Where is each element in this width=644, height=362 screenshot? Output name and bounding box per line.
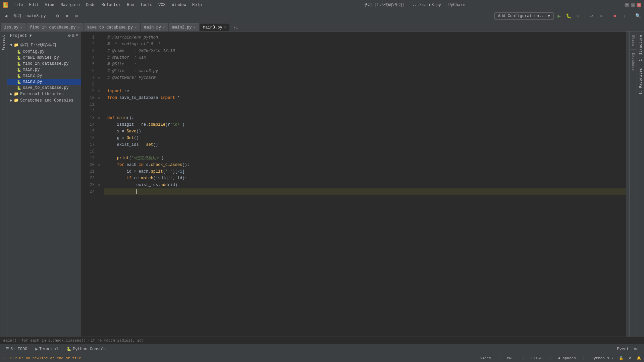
line-num-20: 20 — [81, 162, 95, 168]
tree-item-main3[interactable]: 🐍 main3.py — [7, 79, 81, 85]
tab-main-py-close[interactable]: ✕ — [163, 25, 165, 29]
tab-main3-py-close[interactable]: ✕ — [224, 25, 226, 29]
tree-config-label: config.py — [23, 49, 45, 54]
project-panel-button[interactable]: Project — [1, 33, 6, 52]
python-console-tab[interactable]: 🐍 Python Console — [64, 346, 109, 353]
run-button[interactable]: ▶ — [555, 12, 563, 20]
tab-ies-py-close[interactable]: ✕ — [20, 25, 22, 29]
tree-item-config[interactable]: 🐍 config.py — [7, 49, 81, 55]
gutter-fold-10[interactable]: ⊖ — [98, 95, 104, 101]
editor-area[interactable]: 1 2 3 4 5 6 7 8 9 10 11 12 13 14 15 16 1… — [81, 32, 629, 337]
line-num-18: 18 — [81, 148, 95, 155]
add-configuration-button[interactable]: Add Configuration... ▼ — [494, 12, 554, 20]
tab-find-in-database[interactable]: find_in_database.py ✕ — [26, 23, 83, 31]
status-encoding: UTF-8 — [531, 356, 542, 360]
stop-button[interactable]: ■ — [611, 12, 619, 20]
menu-window[interactable]: Window — [169, 2, 189, 8]
close-button[interactable]: ✕ — [637, 3, 641, 7]
tree-item-main[interactable]: 🐍 main.py — [7, 67, 81, 73]
tree-gear-icon[interactable]: ≡ — [76, 33, 78, 38]
redo-button[interactable]: ↪ — [597, 12, 605, 20]
tree-item-main2[interactable]: 🐍 main2.py — [7, 73, 81, 79]
tree-py-icon-main2: 🐍 — [17, 74, 21, 78]
breadcrumb-file[interactable]: main3.py — [26, 14, 46, 18]
debug-button[interactable]: 🐛 — [565, 12, 573, 20]
sync-button[interactable]: ⇄ — [63, 12, 71, 20]
gutter-fold-9[interactable]: ⊖ — [98, 88, 104, 95]
fn-print: print — [117, 155, 129, 162]
terminal-label: Terminal — [39, 347, 59, 352]
status-notifications-icon[interactable]: 🔔 — [637, 356, 641, 360]
database-panel-button[interactable]: Database — [631, 51, 636, 73]
maximize-button[interactable]: □ — [631, 3, 635, 7]
tree-settings-icon[interactable]: ⚙ — [68, 33, 70, 38]
code-editor[interactable]: #!/usr/bin/env python # -*- coding: utf-… — [104, 32, 626, 337]
menu-bar[interactable]: File Edit View Navigate Code Refactor Ru… — [11, 2, 205, 8]
tree-item-save[interactable]: 🐍 save_to_database.py — [7, 85, 81, 91]
structure-panel-button[interactable]: 2: Structure — [638, 33, 643, 63]
gutter-14 — [98, 121, 104, 128]
line-num-5: 5 — [81, 61, 95, 68]
gutter-fold-13[interactable]: ⊖ — [98, 115, 104, 121]
tree-item-scratches[interactable]: ▶ 📁 Scratches and Consoles — [7, 97, 81, 104]
tab-save-to-database-close[interactable]: ✕ — [135, 25, 137, 29]
status-line-sep: CRLF — [507, 356, 516, 360]
code-line-24[interactable] — [104, 188, 626, 195]
tab-save-to-database[interactable]: save_to_database.py ✕ — [84, 23, 140, 31]
back-button[interactable]: ◀ — [2, 12, 10, 20]
menu-view[interactable]: View — [42, 2, 57, 8]
tab-main3-py[interactable]: main3.py ✕ — [200, 23, 229, 31]
bc-sep1: › — [18, 339, 20, 343]
breadcrumb-root[interactable]: 学习 — [13, 13, 21, 19]
window-controls[interactable]: ─ □ ✕ — [625, 3, 641, 7]
sview-panel-button[interactable]: SView — [631, 33, 636, 48]
vertical-scrollbar[interactable] — [626, 32, 629, 337]
gutter-fold-23[interactable]: ⊖ — [98, 182, 104, 188]
code-line-6: # @File : main3.py — [104, 68, 626, 74]
status-settings-icon[interactable]: ⚙ — [629, 356, 631, 360]
menu-refactor[interactable]: Refactor — [99, 2, 124, 8]
search-everywhere-button[interactable]: 🔍 — [634, 12, 642, 20]
gutter-fold-20[interactable]: ⊖ — [98, 162, 104, 168]
undo-button[interactable]: ↩ — [588, 12, 596, 20]
favorites-panel-button[interactable]: 3: Favorites — [638, 66, 643, 97]
tree-py-icon-save: 🐍 — [17, 86, 21, 90]
tree-item-crawl[interactable]: 🐍 crawl_movies.py — [7, 55, 81, 61]
event-log-btn[interactable]: Event Log — [614, 346, 641, 353]
tree-save-label: save_to_database.py — [23, 85, 69, 90]
todo-tab[interactable]: ☰ 6: TODO — [3, 346, 30, 353]
tab-ies-py[interactable]: ies.py ✕ — [1, 23, 26, 31]
tab-main-py[interactable]: main.py ✕ — [141, 23, 168, 31]
minimize-button[interactable]: ─ — [625, 3, 629, 7]
gutter-15 — [98, 128, 104, 135]
menu-tools[interactable]: Tools — [138, 2, 155, 8]
menu-file[interactable]: File — [11, 2, 26, 8]
code-14a: (r — [165, 121, 170, 128]
menu-help[interactable]: Help — [190, 2, 205, 8]
menu-code[interactable]: Code — [83, 2, 98, 8]
code-line-12 — [104, 108, 626, 115]
menu-vcs[interactable]: VCS — [156, 2, 168, 8]
tab-main2-py[interactable]: main2.py ✕ — [169, 23, 199, 31]
gutter-fold-7[interactable]: ⊖ — [98, 74, 104, 81]
menu-navigate[interactable]: Navigate — [58, 2, 83, 8]
settings-button[interactable]: ⚙ — [54, 12, 62, 20]
event-log-tab[interactable]: Event Log — [614, 346, 641, 353]
tree-item-root[interactable]: ▼ 📁 学习 F:\代码\学习 — [7, 42, 81, 49]
menu-run[interactable]: Run — [124, 2, 137, 8]
tree-item-find[interactable]: 🐍 find_in_database.py — [7, 61, 81, 67]
code-container: 1 2 3 4 5 6 7 8 9 10 11 12 13 14 15 16 1… — [81, 32, 629, 337]
line-num-19: 19 — [81, 155, 95, 162]
expand-button[interactable]: ⊞ — [72, 12, 80, 20]
tree-item-external[interactable]: ▶ 📁 External Libraries — [7, 91, 81, 97]
terminal-tab[interactable]: ▶ Terminal — [33, 346, 61, 353]
tab-main2-py-close[interactable]: ✕ — [193, 25, 196, 29]
tab-find-in-database-close[interactable]: ✕ — [77, 25, 80, 29]
vcs-update-button[interactable]: ↓ — [620, 12, 628, 20]
tree-expand-icon[interactable]: ⊞ — [72, 33, 74, 38]
tab-overflow-count[interactable]: +1 — [231, 24, 240, 31]
menu-edit[interactable]: Edit — [26, 2, 42, 8]
run-coverage-button[interactable]: ⚙ — [574, 12, 582, 20]
gutter: ⊖ ⊖ ⊖ ⊖ ⊖ ⊖ — [98, 32, 104, 337]
window-title: 学习 [F:\代码\学习] - ...\main3.py - PyCharm — [207, 2, 622, 8]
